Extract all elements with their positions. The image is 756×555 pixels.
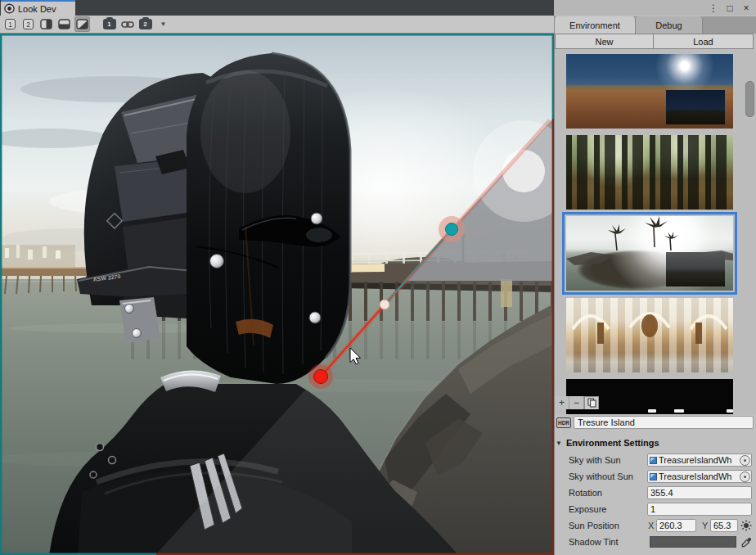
shadow-tint-swatch[interactable] xyxy=(650,536,736,548)
view2-handle[interactable] xyxy=(314,370,328,384)
cubemap-icon xyxy=(650,473,657,481)
row-sun-position: Sun Position X Y xyxy=(555,519,756,533)
chevron-down-icon: ▼ xyxy=(160,20,167,28)
load-environment-button[interactable]: Load xyxy=(653,34,754,49)
row-exposure: Exposure xyxy=(555,503,756,517)
rotation-input[interactable] xyxy=(647,486,752,499)
split-diagonal-icon xyxy=(76,19,88,29)
tab-look-dev[interactable]: Look Dev xyxy=(1,0,75,16)
split-vertical-icon xyxy=(40,19,52,29)
environment-settings-header[interactable]: ▼ Environment Settings xyxy=(556,436,756,449)
environment-name-row: HDR xyxy=(555,414,756,431)
exposure-input[interactable] xyxy=(647,503,752,516)
panel-tabs: Environment Debug xyxy=(555,16,756,34)
hdri-shadow-inset xyxy=(666,252,725,287)
row-shadow-tint: Shadow Tint xyxy=(555,535,756,549)
environment-panel: Environment Debug New Load xyxy=(554,16,756,555)
sun-position-y-input[interactable] xyxy=(710,519,738,532)
camera-dropdown-button[interactable]: ▼ xyxy=(155,16,171,32)
night-light xyxy=(727,409,733,413)
camera-2-icon: 2 xyxy=(139,19,152,29)
sky-with-sun-object-field[interactable]: TreasureIslandWh xyxy=(647,453,752,467)
sun-position-picker-button[interactable] xyxy=(740,519,753,532)
window-controls: ⋮ □ × xyxy=(554,0,756,16)
hdri-thumbnail-forest[interactable] xyxy=(566,135,733,210)
split-horizontal-icon xyxy=(58,19,70,29)
window-menu-icon[interactable]: ⋮ xyxy=(708,2,719,14)
night-light xyxy=(648,409,656,413)
lookdev-viewport[interactable]: ASW 2270 xyxy=(0,34,554,555)
split-horizontal-button[interactable] xyxy=(56,16,72,32)
row-sky-without-sun: Sky without Sun TreasureIslandWh xyxy=(555,470,756,484)
tab-environment[interactable]: Environment xyxy=(555,16,636,34)
cubemap-icon xyxy=(650,457,657,464)
camera-2-button[interactable]: 2 xyxy=(137,16,153,32)
y-axis-label: Y xyxy=(702,521,708,530)
hdr-badge: HDR xyxy=(556,417,571,428)
duplicate-icon xyxy=(587,398,596,408)
row-sky-with-sun: Sky with Sun TreasureIslandWh xyxy=(555,453,756,467)
hdri-thumbnail-treasure-island[interactable] xyxy=(566,216,733,291)
sun-position-x-input[interactable] xyxy=(656,519,696,532)
close-icon[interactable]: × xyxy=(740,2,752,14)
split-diagonal-button[interactable] xyxy=(74,16,90,32)
single-view-2-button[interactable]: 2 xyxy=(20,16,36,32)
row-rotation: Rotation xyxy=(555,486,756,500)
hdri-list xyxy=(555,49,756,414)
single-view-1-button[interactable]: 1 xyxy=(2,16,18,32)
link-icon xyxy=(121,20,134,29)
hdri-shadow-inset xyxy=(666,90,725,124)
hdri-thumbnail-desert[interactable] xyxy=(566,54,733,129)
hdri-list-tools: + − xyxy=(555,395,599,409)
object-picker-icon[interactable] xyxy=(740,472,750,482)
window-title: Look Dev xyxy=(18,4,56,14)
camera-1-button[interactable]: 1 xyxy=(101,16,117,32)
remove-environment-button[interactable]: − xyxy=(569,396,584,409)
maximize-icon[interactable]: □ xyxy=(724,2,736,14)
duplicate-environment-button[interactable] xyxy=(584,396,599,409)
environment-actions: New Load xyxy=(555,34,754,49)
separator-midpoint-handle[interactable] xyxy=(380,300,389,309)
hdri-thumbnail-church[interactable] xyxy=(566,298,733,372)
camera-1-icon: 1 xyxy=(103,19,116,29)
viewport-scene: ASW 2270 xyxy=(0,34,554,555)
new-environment-button[interactable]: New xyxy=(555,34,654,49)
hdri-list-scrollbar[interactable] xyxy=(745,81,754,117)
foldout-arrow-icon: ▼ xyxy=(556,440,562,447)
split-vertical-button[interactable] xyxy=(38,16,54,32)
environment-name-input[interactable] xyxy=(574,416,754,429)
eye-icon xyxy=(4,3,15,14)
sky-without-sun-object-field[interactable]: TreasureIslandWh xyxy=(647,470,752,483)
eyedropper-button[interactable] xyxy=(740,535,753,548)
viewport-toolbar: 1 2 1 xyxy=(0,16,554,34)
view1-handle[interactable] xyxy=(446,223,458,236)
church-arches xyxy=(566,298,733,372)
object-picker-icon[interactable] xyxy=(740,455,750,466)
link-cameras-button[interactable] xyxy=(119,16,135,32)
titlebar xyxy=(0,0,554,16)
lookdev-window: Look Dev ⋮ □ × 1 2 xyxy=(0,0,756,555)
add-environment-button[interactable]: + xyxy=(555,396,569,409)
x-axis-label: X xyxy=(648,521,654,530)
tab-debug[interactable]: Debug xyxy=(636,16,703,34)
eyedropper-icon xyxy=(741,537,752,548)
night-light xyxy=(674,409,684,413)
sun-icon xyxy=(740,520,752,531)
